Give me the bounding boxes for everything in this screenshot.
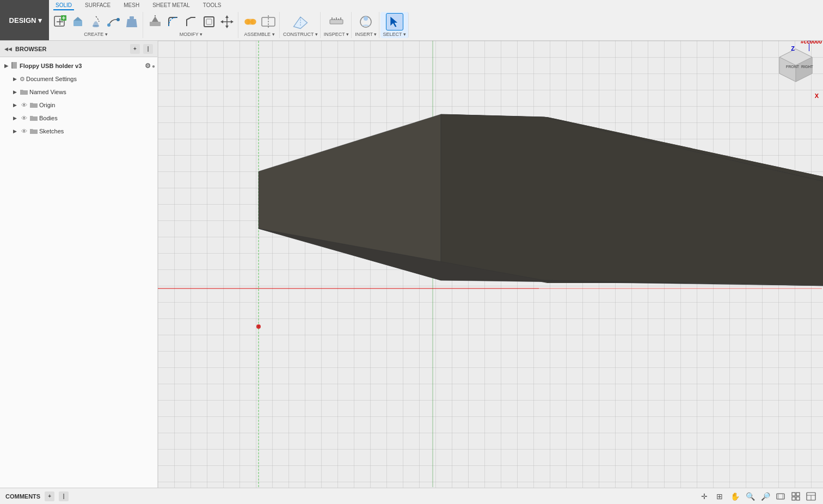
comments-add-button[interactable]: + [45,491,54,501]
bottom-bar: COMMENTS + | ✛ ⊞ ✋ 🔍 🔎 [0,488,823,504]
root-settings-icon[interactable]: ⚙ [145,62,151,70]
main-area: ◀◀ BROWSER + | ▶ Floppy USB holder v3 ⚙ … [0,41,823,488]
design-button[interactable]: DESIGN ▾ [0,0,49,40]
root-file-icon [11,62,19,71]
select-icon[interactable] [386,13,403,30]
select-label: SELECT ▾ [383,32,406,37]
tab-tools[interactable]: TOOLS [201,1,224,9]
svg-rect-26 [248,19,254,25]
named-views-folder-icon [20,89,28,95]
browser-item-document-settings[interactable]: ▶ ⚙ Document Settings [0,72,157,85]
svg-rect-16 [204,17,214,27]
toolbar-tabs: SOLID SURFACE MESH SHEET METAL TOOLS [49,0,823,10]
create-label: CREATE ▾ [84,32,107,37]
browser-menu-button[interactable]: | [143,44,153,54]
browser-item-sketches[interactable]: ▶ 👁 Sketches [0,125,157,138]
viewport[interactable]: FRONT RIGHT Z #cc0000 Z X [158,41,823,488]
origin-folder-icon [29,102,38,108]
display-settings-icon[interactable] [774,490,787,503]
comments-menu-button[interactable]: | [59,491,69,501]
doc-settings-label: Document Settings [26,76,155,82]
svg-marker-46 [441,114,823,286]
bodies-eye-icon[interactable]: 👁 [20,115,28,121]
svg-point-38 [364,16,368,21]
bodies-label: Bodies [39,115,155,121]
grid-snap-icon[interactable]: ⊞ [713,490,726,503]
zoom-icon[interactable]: 🔎 [759,490,772,503]
svg-marker-23 [231,20,234,23]
search-icon[interactable]: 🔍 [744,490,757,503]
viewport-svg [158,41,823,488]
assemble-joint[interactable] [242,13,259,30]
tab-surface[interactable]: SURFACE [83,1,113,9]
construct-label: CONSTRUCT ▾ [283,32,318,37]
extrude-icon[interactable] [69,13,87,30]
tab-solid[interactable]: SOLID [53,1,74,10]
insert-group: INSERT ▾ [353,12,379,38]
origin-eye-icon[interactable]: 👁 [20,102,28,108]
tab-sheet-metal[interactable]: SHEET METAL [150,1,192,9]
modify-press-pull[interactable] [146,13,164,30]
insert-icon[interactable] [357,13,374,30]
view-cube[interactable]: FRONT RIGHT Z #cc0000 [774,46,818,90]
construct-plane[interactable] [292,13,309,30]
z-axis-indicator: Z #cc0000 [808,41,811,51]
grid-view-icon[interactable] [789,490,802,503]
browser-collapse-icon[interactable]: ◀◀ [4,46,12,52]
svg-marker-22 [220,20,223,23]
assemble-label: ASSEMBLE ▾ [244,32,274,37]
root-circle-icon: ● [152,63,155,69]
bodies-arrow: ▶ [11,115,19,121]
svg-point-8 [93,25,99,27]
svg-marker-12 [126,19,137,27]
browser-title: BROWSER [15,46,127,52]
svg-point-9 [107,23,110,27]
svg-rect-31 [330,20,343,24]
assemble-group: ASSEMBLE ▾ [239,12,280,38]
svg-text:FRONT: FRONT [786,65,800,69]
inspect-measure[interactable] [328,13,345,30]
tab-mesh[interactable]: MESH [121,1,142,9]
svg-rect-59 [792,497,795,500]
hand-tool-icon[interactable]: ✋ [728,490,741,503]
origin-arrow: ▶ [11,102,19,108]
svg-rect-60 [796,497,800,500]
view-options-icon[interactable] [804,490,818,503]
bodies-folder-icon [29,115,38,121]
pan-tool-icon[interactable]: ✛ [698,490,711,503]
svg-point-48 [256,324,261,329]
named-views-label: Named Views [29,89,155,95]
construct-group: CONSTRUCT ▾ [281,12,321,38]
browser-item-origin[interactable]: ▶ 👁 Origin [0,99,157,112]
toolbar: DESIGN ▾ SOLID SURFACE MESH SHEET METAL … [0,0,823,41]
sweep-icon[interactable] [105,13,122,30]
modify-chamfer[interactable] [182,13,200,30]
modify-shell[interactable] [200,13,218,30]
svg-marker-47 [259,229,823,286]
browser-add-button[interactable]: + [130,44,140,54]
toolbar-icons-row: CREATE ▾ [49,10,823,40]
revolve-icon[interactable] [87,13,105,30]
modify-label: MODIFY ▾ [180,32,202,37]
comments-label: COMMENTS [5,493,40,500]
svg-rect-57 [792,493,795,496]
select-group: SELECT ▾ [380,12,408,38]
browser-item-named-views[interactable]: ▶ Named Views [0,85,157,99]
sketches-label: Sketches [39,128,155,134]
loft-icon[interactable] [123,13,140,30]
box-bottom-face [259,226,823,283]
svg-rect-11 [130,16,134,19]
browser-item-bodies[interactable]: ▶ 👁 Bodies [0,112,157,125]
root-label: Floppy USB holder v3 [20,63,144,69]
svg-marker-45 [259,114,441,280]
browser-header: ◀◀ BROWSER + | [0,41,157,57]
modify-fillet[interactable] [164,13,182,30]
new-component-icon[interactable] [51,13,69,30]
modify-move[interactable] [218,13,236,30]
assemble-as-built[interactable] [260,13,277,30]
sketches-eye-icon[interactable]: 👁 [20,128,28,134]
create-group: CREATE ▾ [49,12,143,38]
browser-root-item[interactable]: ▶ Floppy USB holder v3 ⚙ ● [0,59,157,72]
svg-marker-7 [73,17,82,21]
svg-point-10 [116,18,120,21]
